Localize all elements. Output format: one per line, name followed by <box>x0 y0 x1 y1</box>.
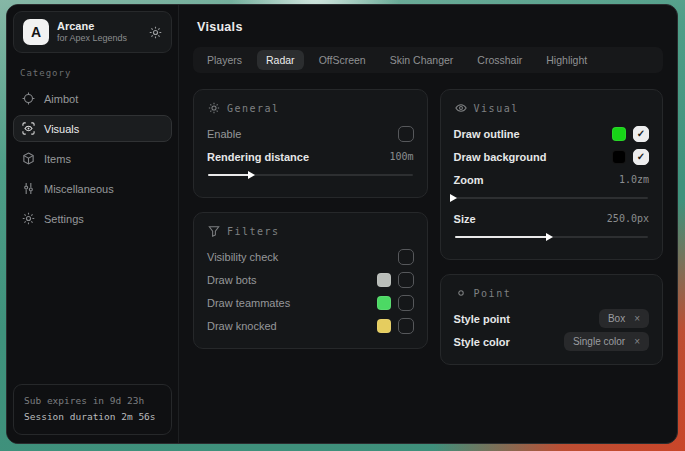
draw-background-row: Draw background <box>454 146 649 167</box>
draw-knocked-row: Draw knocked <box>207 315 414 336</box>
general-panel: General Enable Rendering distance 100m <box>193 89 428 198</box>
aperture-icon <box>208 102 220 114</box>
tab-radar[interactable]: Radar <box>257 50 304 70</box>
left-column: General Enable Rendering distance 100m <box>193 89 428 349</box>
enable-checkbox[interactable] <box>398 126 414 142</box>
zoom-row: Zoom 1.0zm <box>454 169 649 190</box>
visibility-check-checkbox[interactable] <box>398 249 414 265</box>
brand-card: A Arcane for Apex Legends <box>13 11 172 53</box>
draw-knocked-checkbox[interactable] <box>398 318 414 334</box>
draw-outline-color-swatch[interactable] <box>612 127 626 141</box>
brand-settings-icon[interactable] <box>149 26 162 39</box>
tab-players[interactable]: Players <box>198 50 251 70</box>
sidebar-item-settings[interactable]: Settings <box>13 205 172 232</box>
draw-teammates-row: Draw teammates <box>207 292 414 313</box>
sidebar-item-label: Aimbot <box>44 93 78 105</box>
box-icon <box>22 152 35 165</box>
draw-bots-color-swatch[interactable] <box>377 273 391 287</box>
category-label: Category <box>20 68 172 78</box>
draw-bots-checkbox[interactable] <box>398 272 414 288</box>
style-color-value: Single color <box>573 336 625 347</box>
tab-offscreen[interactable]: OffScreen <box>310 50 375 70</box>
sidebar-item-label: Settings <box>44 213 84 225</box>
zoom-label: Zoom <box>454 174 484 186</box>
visual-panel-header: Visual <box>455 102 649 114</box>
draw-outline-checkbox[interactable] <box>633 126 649 142</box>
sidebar-item-miscellaneous[interactable]: Miscellaneous <box>13 175 172 202</box>
slider-fill <box>208 174 253 176</box>
style-point-value: Box <box>608 313 625 324</box>
slider-fill <box>455 236 552 238</box>
visual-panel: Visual Draw outline Draw background <box>440 89 663 260</box>
point-panel-header: Point <box>455 287 649 299</box>
right-column: Visual Draw outline Draw background <box>440 89 663 365</box>
sidebar-item-label: Items <box>44 153 71 165</box>
rendering-distance-row: Rendering distance 100m <box>207 146 414 167</box>
size-slider[interactable] <box>455 232 648 242</box>
draw-outline-row: Draw outline <box>454 123 649 144</box>
tab-highlight[interactable]: Highlight <box>537 50 596 70</box>
eye-icon <box>455 102 467 114</box>
tab-bar: Players Radar OffScreen Skin Changer Cro… <box>193 47 663 73</box>
crosshair-icon <box>22 92 35 105</box>
draw-bots-row: Draw bots <box>207 269 414 290</box>
brand-text: Arcane for Apex Legends <box>57 20 127 45</box>
close-icon[interactable]: × <box>634 336 640 347</box>
tab-skin-changer[interactable]: Skin Changer <box>381 50 463 70</box>
sidebar-item-items[interactable]: Items <box>13 145 172 172</box>
draw-background-checkbox[interactable] <box>633 149 649 165</box>
tab-crosshair[interactable]: Crosshair <box>468 50 531 70</box>
style-color-label: Style color <box>454 336 510 348</box>
panel-title: Filters <box>227 226 280 237</box>
zoom-slider[interactable] <box>455 193 648 203</box>
draw-teammates-label: Draw teammates <box>207 297 290 309</box>
filters-panel: Filters Visibility check Draw bots <box>193 212 428 349</box>
draw-knocked-label: Draw knocked <box>207 320 277 332</box>
funnel-icon <box>208 225 220 237</box>
slider-thumb[interactable] <box>546 233 553 241</box>
draw-background-color-swatch[interactable] <box>612 150 626 164</box>
subscription-info: Sub expires in 9d 23h Session duration 2… <box>13 384 172 435</box>
brand-logo: A <box>23 19 49 45</box>
gear-icon <box>22 212 35 225</box>
visibility-check-row: Visibility check <box>207 246 414 267</box>
enable-label: Enable <box>207 128 241 140</box>
draw-teammates-color-swatch[interactable] <box>377 296 391 310</box>
sliders-icon <box>22 182 35 195</box>
sub-expires-text: Sub expires in 9d 23h <box>24 393 161 410</box>
brand-title: Arcane <box>57 20 127 34</box>
main-area: Visuals Players Radar OffScreen Skin Cha… <box>179 5 677 443</box>
zoom-value: 1.0zm <box>619 174 649 185</box>
sidebar: A Arcane for Apex Legends Category Aimbo <box>7 5 179 443</box>
panel-title: Visual <box>474 103 519 114</box>
sidebar-item-visuals[interactable]: Visuals <box>13 115 172 142</box>
content: General Enable Rendering distance 100m <box>193 89 663 431</box>
app-window: A Arcane for Apex Legends Category Aimbo <box>6 4 678 444</box>
desktop: { "brand": { "initial": "A", "title": "A… <box>0 0 685 451</box>
close-icon[interactable]: × <box>634 313 640 324</box>
enable-row: Enable <box>207 123 414 144</box>
draw-outline-label: Draw outline <box>454 128 520 140</box>
style-color-select[interactable]: Single color × <box>564 332 649 351</box>
sidebar-item-label: Miscellaneous <box>44 183 114 195</box>
size-value: 250.0px <box>607 213 649 224</box>
rendering-distance-value: 100m <box>389 151 413 162</box>
point-panel: Point Style point Box × Style color <box>440 274 663 365</box>
sidebar-item-aimbot[interactable]: Aimbot <box>13 85 172 112</box>
session-duration-text: Session duration 2m 56s <box>24 409 161 426</box>
scan-eye-icon <box>22 122 35 135</box>
slider-thumb[interactable] <box>248 171 255 179</box>
style-point-select[interactable]: Box × <box>599 309 649 328</box>
panel-title: Point <box>474 288 512 299</box>
sidebar-item-label: Visuals <box>44 123 79 135</box>
slider-track <box>455 197 648 199</box>
size-row: Size 250.0px <box>454 208 649 229</box>
draw-teammates-checkbox[interactable] <box>398 295 414 311</box>
rendering-distance-slider[interactable] <box>208 170 413 180</box>
slider-thumb[interactable] <box>450 194 457 202</box>
draw-background-label: Draw background <box>454 151 547 163</box>
panel-title: General <box>227 103 280 114</box>
draw-knocked-color-swatch[interactable] <box>377 319 391 333</box>
general-panel-header: General <box>208 102 414 114</box>
draw-bots-label: Draw bots <box>207 274 257 286</box>
